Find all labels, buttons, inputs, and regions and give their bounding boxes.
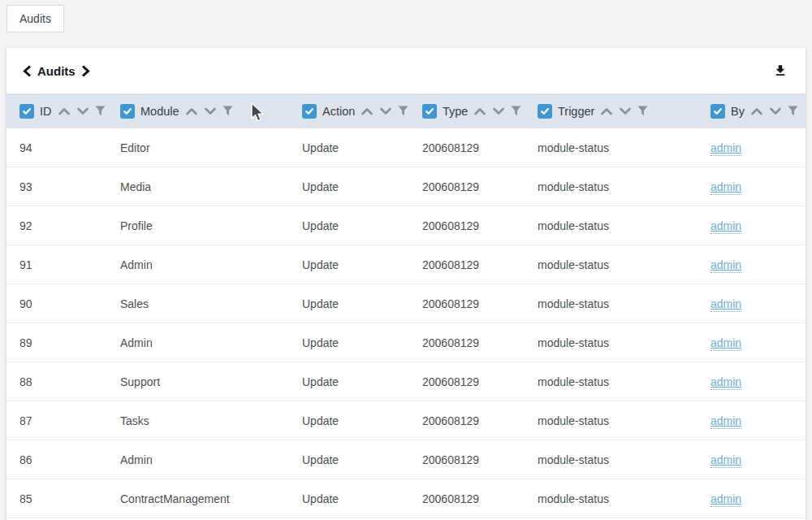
cell-action: Update bbox=[302, 336, 422, 349]
chevron-up-icon[interactable] bbox=[58, 107, 71, 115]
column-label: Action bbox=[322, 105, 355, 118]
column-label: ID bbox=[40, 105, 52, 118]
column-checkbox[interactable] bbox=[19, 104, 34, 119]
cell-trigger: module-status bbox=[538, 492, 710, 505]
download-icon bbox=[773, 63, 788, 79]
column-label: By bbox=[731, 105, 745, 118]
column-header-type: Type bbox=[422, 104, 538, 119]
table-row: 92 Profile Update 200608129 module-statu… bbox=[6, 206, 806, 245]
filter-funnel-icon[interactable] bbox=[637, 106, 648, 116]
column-checkbox[interactable] bbox=[422, 104, 437, 119]
column-label: Trigger bbox=[558, 105, 594, 118]
filter-funnel-icon[interactable] bbox=[788, 106, 798, 116]
cell-type: 200608129 bbox=[422, 492, 538, 505]
cell-module: Admin bbox=[120, 336, 302, 349]
chevron-down-icon[interactable] bbox=[769, 107, 782, 115]
cell-by: admin bbox=[710, 258, 793, 271]
cell-id: 89 bbox=[19, 336, 120, 349]
chevron-up-icon[interactable] bbox=[185, 107, 198, 115]
audits-card: Audits ID bbox=[6, 48, 806, 520]
filter-funnel-icon[interactable] bbox=[398, 106, 408, 116]
column-header-trigger: Trigger bbox=[538, 104, 710, 119]
table-row: 91 Admin Update 200608129 module-status … bbox=[6, 245, 806, 284]
cell-action: Update bbox=[302, 453, 422, 466]
cell-id: 88 bbox=[19, 375, 120, 388]
cell-by: admin bbox=[710, 375, 793, 388]
chevron-up-icon[interactable] bbox=[361, 107, 374, 115]
cell-by-link[interactable]: admin bbox=[710, 297, 741, 312]
column-checkbox[interactable] bbox=[538, 104, 552, 119]
chevron-up-icon[interactable] bbox=[600, 107, 613, 115]
column-checkbox[interactable] bbox=[120, 104, 135, 119]
cell-by-link[interactable]: admin bbox=[710, 453, 741, 468]
cell-by-link[interactable]: admin bbox=[710, 492, 741, 507]
chevron-down-icon[interactable] bbox=[379, 107, 392, 115]
cell-trigger: module-status bbox=[538, 414, 710, 427]
card-header: Audits bbox=[6, 48, 806, 93]
cell-id: 94 bbox=[19, 141, 120, 154]
cell-type: 200608129 bbox=[422, 219, 538, 232]
cell-module: ContractManagement bbox=[120, 492, 302, 505]
cell-action: Update bbox=[302, 219, 422, 232]
cell-by-link[interactable]: admin bbox=[710, 414, 741, 429]
cell-id: 91 bbox=[19, 258, 120, 271]
cell-by: admin bbox=[710, 336, 793, 349]
cell-id: 85 bbox=[19, 492, 120, 505]
cell-module: Editor bbox=[120, 141, 302, 154]
filter-funnel-icon[interactable] bbox=[95, 106, 106, 116]
chevron-down-icon[interactable] bbox=[76, 107, 89, 115]
filter-funnel-icon[interactable] bbox=[222, 106, 233, 116]
filter-funnel-icon[interactable] bbox=[511, 106, 521, 116]
cell-id: 86 bbox=[19, 453, 120, 466]
column-label: Module bbox=[140, 105, 179, 118]
cell-module: Support bbox=[120, 375, 302, 388]
chevron-down-icon[interactable] bbox=[619, 107, 632, 115]
cell-type: 200608129 bbox=[422, 297, 538, 310]
tab-audits[interactable]: Audits bbox=[6, 5, 64, 32]
cell-module: Sales bbox=[120, 297, 302, 310]
cell-action: Update bbox=[302, 141, 422, 154]
column-header-module: Module bbox=[120, 104, 302, 119]
cell-action: Update bbox=[302, 375, 422, 388]
checkbox-checked-icon bbox=[713, 106, 723, 116]
chevron-down-icon[interactable] bbox=[204, 107, 217, 115]
tab-audits-label: Audits bbox=[19, 12, 51, 25]
column-checkbox[interactable] bbox=[710, 104, 725, 119]
cell-by-link[interactable]: admin bbox=[710, 180, 741, 195]
cell-action: Update bbox=[302, 414, 422, 427]
cell-type: 200608129 bbox=[422, 453, 538, 466]
cell-trigger: module-status bbox=[538, 336, 710, 349]
cell-module: Admin bbox=[120, 453, 302, 466]
download-button[interactable] bbox=[771, 61, 789, 80]
cell-id: 90 bbox=[19, 297, 120, 310]
cell-by: admin bbox=[710, 219, 793, 232]
chevron-up-icon[interactable] bbox=[750, 107, 763, 115]
card-title-label: Audits bbox=[37, 64, 76, 78]
column-header-id: ID bbox=[19, 104, 120, 119]
cell-by-link[interactable]: admin bbox=[710, 141, 741, 156]
cell-id: 87 bbox=[19, 414, 120, 427]
checkbox-checked-icon bbox=[425, 106, 434, 116]
cell-module: Media bbox=[120, 180, 302, 193]
cell-type: 200608129 bbox=[422, 180, 538, 193]
cell-trigger: module-status bbox=[538, 375, 710, 388]
chevron-right-icon[interactable] bbox=[81, 65, 90, 77]
cell-by-link[interactable]: admin bbox=[710, 336, 741, 351]
cell-by-link[interactable]: admin bbox=[710, 258, 741, 273]
cell-type: 200608129 bbox=[422, 141, 538, 154]
cell-trigger: module-status bbox=[538, 453, 710, 466]
column-checkbox[interactable] bbox=[302, 104, 317, 119]
table-row: 89 Admin Update 200608129 module-status … bbox=[6, 323, 806, 362]
chevron-up-icon[interactable] bbox=[473, 107, 486, 115]
cell-by-link[interactable]: admin bbox=[710, 219, 741, 234]
checkbox-checked-icon bbox=[22, 106, 32, 116]
table-row: 87 Tasks Update 200608129 module-status … bbox=[6, 401, 806, 440]
cell-by-link[interactable]: admin bbox=[710, 375, 741, 390]
cell-type: 200608129 bbox=[422, 258, 538, 271]
column-label: Type bbox=[443, 105, 468, 118]
cell-by: admin bbox=[710, 453, 793, 466]
table-header-row: ID Module bbox=[6, 93, 806, 128]
chevron-left-icon[interactable] bbox=[23, 65, 32, 77]
table-row: 85 ContractManagement Update 200608129 m… bbox=[6, 479, 806, 518]
chevron-down-icon[interactable] bbox=[492, 107, 505, 115]
